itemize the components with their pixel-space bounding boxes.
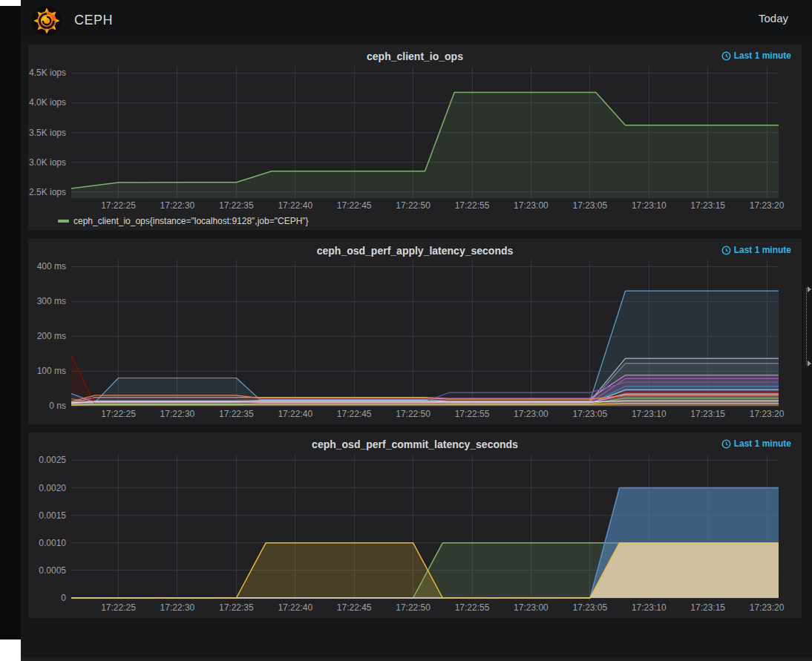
chart-ceph-client-io-ops[interactable]: 17:22:2517:22:3017:22:3517:22:4017:22:45… bbox=[28, 45, 802, 230]
panel-ceph-client-io-ops: 17:22:2517:22:3017:22:3517:22:4017:22:45… bbox=[28, 45, 802, 230]
dashboard-header: CEPH Today bbox=[21, 0, 812, 41]
svg-text:17:22:40: 17:22:40 bbox=[278, 409, 312, 419]
panel-resize-handle[interactable] bbox=[806, 288, 812, 365]
legend-label: ceph_client_io_ops{instance="localhost:9… bbox=[73, 216, 309, 226]
panel-title[interactable]: ceph_osd_perf_commit_latency_seconds bbox=[28, 438, 802, 450]
svg-text:17:23:00: 17:23:00 bbox=[514, 602, 549, 613]
time-range-label: Last 1 minute bbox=[734, 50, 791, 61]
svg-text:17:23:10: 17:23:10 bbox=[632, 409, 667, 419]
svg-text:17:23:00: 17:23:00 bbox=[514, 200, 549, 211]
svg-text:4.5K iops: 4.5K iops bbox=[29, 68, 66, 78]
svg-text:17:22:25: 17:22:25 bbox=[101, 409, 136, 419]
svg-text:100 ms: 100 ms bbox=[37, 366, 66, 376]
svg-text:17:22:50: 17:22:50 bbox=[396, 409, 430, 419]
chart-ceph-osd-perf-apply-latency[interactable]: 17:22:2517:22:3017:22:3517:22:4017:22:45… bbox=[28, 239, 802, 424]
svg-text:17:23:15: 17:23:15 bbox=[690, 602, 725, 613]
legend-color-marker bbox=[58, 220, 69, 223]
svg-text:3.5K iops: 3.5K iops bbox=[29, 128, 66, 138]
svg-text:0.0010: 0.0010 bbox=[39, 538, 66, 548]
svg-text:17:23:15: 17:23:15 bbox=[690, 409, 725, 419]
svg-text:0.0005: 0.0005 bbox=[39, 565, 66, 576]
panel-title[interactable]: ceph_client_io_ops bbox=[28, 50, 802, 62]
svg-text:17:23:20: 17:23:20 bbox=[750, 602, 785, 613]
svg-text:17:22:25: 17:22:25 bbox=[101, 200, 136, 211]
svg-text:17:22:55: 17:22:55 bbox=[455, 200, 490, 211]
clock-icon bbox=[721, 246, 731, 255]
svg-text:300 ms: 300 ms bbox=[37, 296, 66, 306]
svg-text:17:22:45: 17:22:45 bbox=[337, 409, 372, 419]
svg-text:17:22:35: 17:22:35 bbox=[219, 200, 254, 211]
svg-text:17:22:55: 17:22:55 bbox=[455, 602, 490, 613]
svg-text:4.0K iops: 4.0K iops bbox=[29, 97, 66, 108]
svg-text:3.0K iops: 3.0K iops bbox=[29, 157, 66, 168]
svg-text:17:23:05: 17:23:05 bbox=[573, 602, 608, 613]
browser-left-edge bbox=[0, 6, 21, 639]
panel-title[interactable]: ceph_osd_perf_apply_latency_seconds bbox=[28, 245, 802, 257]
svg-text:17:22:50: 17:22:50 bbox=[396, 602, 430, 613]
svg-text:0.0025: 0.0025 bbox=[39, 455, 66, 465]
dashboard-title: CEPH bbox=[74, 13, 113, 28]
svg-text:0: 0 bbox=[61, 593, 66, 603]
svg-text:17:22:40: 17:22:40 bbox=[278, 602, 312, 613]
svg-text:17:22:25: 17:22:25 bbox=[101, 602, 136, 613]
svg-text:17:22:30: 17:22:30 bbox=[160, 409, 195, 419]
svg-text:17:22:50: 17:22:50 bbox=[396, 200, 430, 211]
svg-text:17:23:10: 17:23:10 bbox=[632, 602, 667, 613]
svg-text:0 ns: 0 ns bbox=[49, 401, 66, 411]
svg-text:17:23:15: 17:23:15 bbox=[690, 200, 725, 211]
time-range-label: Last 1 minute bbox=[734, 245, 791, 255]
svg-text:17:22:45: 17:22:45 bbox=[337, 200, 372, 211]
grafana-app: CEPH Today 17:22:2517:22:3017:22:3517:22… bbox=[21, 0, 812, 657]
clock-icon bbox=[721, 439, 731, 449]
svg-text:17:22:30: 17:22:30 bbox=[160, 602, 195, 613]
browser-bottom-edge bbox=[21, 657, 812, 661]
chart-ceph-osd-perf-commit-latency[interactable]: 17:22:2517:22:3017:22:3517:22:4017:22:45… bbox=[28, 433, 802, 618]
time-range-badge[interactable]: Last 1 minute bbox=[721, 438, 791, 449]
svg-text:17:23:10: 17:23:10 bbox=[632, 200, 667, 211]
time-picker-button[interactable]: Today bbox=[759, 12, 788, 24]
clock-icon bbox=[721, 51, 731, 61]
svg-text:17:22:30: 17:22:30 bbox=[160, 200, 195, 211]
time-range-badge[interactable]: Last 1 minute bbox=[721, 50, 791, 61]
panel-ceph-osd-perf-apply-latency: 17:22:2517:22:3017:22:3517:22:4017:22:45… bbox=[28, 239, 802, 424]
svg-text:17:22:40: 17:22:40 bbox=[278, 200, 312, 211]
svg-text:0.0015: 0.0015 bbox=[39, 510, 66, 521]
svg-text:17:22:45: 17:22:45 bbox=[337, 602, 372, 613]
svg-text:17:22:35: 17:22:35 bbox=[219, 409, 254, 419]
svg-text:17:23:05: 17:23:05 bbox=[573, 409, 608, 419]
time-range-badge[interactable]: Last 1 minute bbox=[721, 245, 791, 255]
svg-text:400 ms: 400 ms bbox=[37, 261, 66, 272]
svg-text:2.5K iops: 2.5K iops bbox=[29, 187, 66, 197]
panel-ceph-osd-perf-commit-latency: 17:22:2517:22:3017:22:3517:22:4017:22:45… bbox=[28, 433, 802, 618]
svg-text:17:23:20: 17:23:20 bbox=[750, 200, 785, 211]
legend-item[interactable]: ceph_client_io_ops{instance="localhost:9… bbox=[58, 216, 309, 226]
grafana-logo-icon[interactable] bbox=[31, 5, 62, 36]
svg-text:17:23:00: 17:23:00 bbox=[514, 409, 549, 419]
svg-text:200 ms: 200 ms bbox=[37, 331, 66, 341]
svg-text:17:23:05: 17:23:05 bbox=[573, 200, 608, 211]
svg-text:0.0020: 0.0020 bbox=[39, 483, 66, 493]
svg-text:17:23:20: 17:23:20 bbox=[750, 409, 785, 419]
svg-text:17:22:55: 17:22:55 bbox=[455, 409, 490, 419]
svg-text:17:22:35: 17:22:35 bbox=[219, 602, 254, 613]
time-range-label: Last 1 minute bbox=[734, 438, 791, 449]
